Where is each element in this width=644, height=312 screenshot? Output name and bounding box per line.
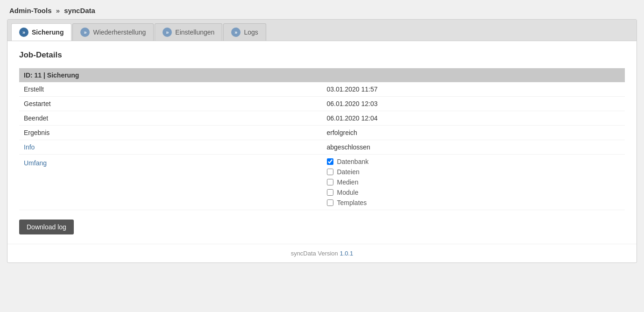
checkbox-label-module: Module <box>337 189 359 196</box>
table-row: Info abgeschlossen <box>19 140 625 155</box>
checkbox-datenbank[interactable] <box>327 158 333 165</box>
tab-einstellungen[interactable]: » Einstellungen <box>155 23 222 41</box>
footer-text: syncData Version <box>291 250 338 257</box>
checkbox-label-templates: Templates <box>337 199 367 206</box>
label-umfang: Umfang <box>19 155 322 210</box>
footer-version: 1.0.1 <box>340 250 353 257</box>
table-header-cell: ID: 11 | Sicherung <box>19 68 625 82</box>
checkbox-templates[interactable] <box>327 199 333 206</box>
value-erstellt: 03.01.2020 11:57 <box>322 82 625 97</box>
checkbox-item-datenbank: Datenbank <box>327 158 621 165</box>
umfang-checkboxes: Datenbank Dateien Medien <box>322 155 625 210</box>
value-info: abgeschlossen <box>322 140 625 155</box>
footer: syncData Version 1.0.1 <box>7 244 637 262</box>
label-gestartet: Gestartet <box>19 97 322 111</box>
tab-icon-einstellungen: » <box>163 28 172 37</box>
table-row: Erstellt 03.01.2020 11:57 <box>19 82 625 97</box>
download-log-button[interactable]: Download log <box>19 220 74 234</box>
value-ergebnis: erfolgreich <box>322 126 625 140</box>
tab-sicherung[interactable]: » Sicherung <box>11 23 71 41</box>
app-name: Admin-Tools <box>9 7 52 14</box>
checkbox-list: Datenbank Dateien Medien <box>327 158 621 206</box>
checkbox-module[interactable] <box>327 189 333 196</box>
label-erstellt: Erstellt <box>19 82 322 97</box>
breadcrumb-separator: » <box>56 7 60 14</box>
tab-icon-wiederherstellung: » <box>80 28 90 37</box>
checkbox-item-medien: Medien <box>327 178 621 186</box>
tab-icon-sicherung: » <box>19 28 28 37</box>
table-row-umfang: Umfang Datenbank Dateien <box>19 155 625 210</box>
module-name: syncData <box>64 7 95 14</box>
section-title: Job-Details <box>19 50 625 60</box>
table-row: Gestartet 06.01.2020 12:03 <box>19 97 625 111</box>
checkbox-item-module: Module <box>327 189 621 196</box>
checkbox-label-datenbank: Datenbank <box>337 158 369 165</box>
details-table: ID: 11 | Sicherung Erstellt 03.01.2020 1… <box>19 68 625 210</box>
checkbox-medien[interactable] <box>327 179 333 185</box>
tab-label-wiederherstellung: Wiederherstellung <box>93 28 146 36</box>
tab-label-logs: Logs <box>244 28 258 36</box>
label-beendet: Beendet <box>19 111 322 126</box>
tab-wiederherstellung[interactable]: » Wiederherstellung <box>72 23 154 41</box>
label-info: Info <box>19 140 322 155</box>
tab-icon-logs: » <box>231 28 241 37</box>
main-container: » Sicherung » Wiederherstellung » Einste… <box>7 19 637 263</box>
checkbox-item-dateien: Dateien <box>327 168 621 176</box>
breadcrumb: Admin-Tools » syncData <box>0 0 644 19</box>
content-area: Job-Details ID: 11 | Sicherung Erstellt … <box>7 41 637 244</box>
checkbox-dateien[interactable] <box>327 169 333 175</box>
value-gestartet: 06.01.2020 12:03 <box>322 97 625 111</box>
label-ergebnis: Ergebnis <box>19 126 322 140</box>
tab-label-einstellungen: Einstellungen <box>175 28 214 36</box>
table-row: Beendet 06.01.2020 12:04 <box>19 111 625 126</box>
checkbox-label-medien: Medien <box>337 178 359 186</box>
checkbox-label-dateien: Dateien <box>337 168 360 176</box>
checkbox-item-templates: Templates <box>327 199 621 206</box>
value-beendet: 06.01.2020 12:04 <box>322 111 625 126</box>
tab-label-sicherung: Sicherung <box>32 28 64 36</box>
tab-logs[interactable]: » Logs <box>223 23 266 41</box>
table-header-row: ID: 11 | Sicherung <box>19 68 625 82</box>
table-row: Ergebnis erfolgreich <box>19 126 625 140</box>
tabs-bar: » Sicherung » Wiederherstellung » Einste… <box>7 20 637 41</box>
